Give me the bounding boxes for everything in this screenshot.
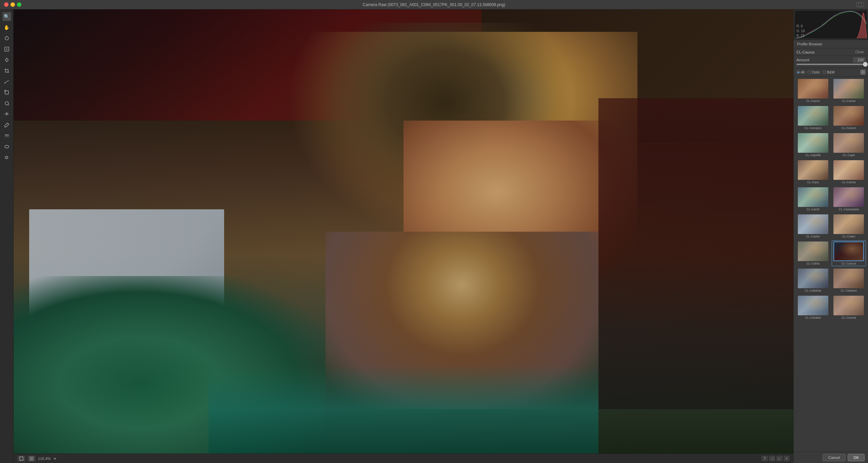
- hand-tool[interactable]: ✋: [2, 23, 11, 32]
- profile-thumb-cl-carina[interactable]: CL-Carina: [832, 159, 866, 185]
- profile-thumbnail-image: [798, 106, 828, 126]
- amount-label: Amount: [796, 58, 809, 62]
- grid-view-toggle[interactable]: [861, 70, 865, 75]
- svg-point-0: [5, 37, 8, 40]
- window-title: Camera Raw (0073_081_A001_C084_0517PK_00…: [363, 2, 505, 7]
- zoom-chevron-icon: [53, 457, 57, 460]
- profile-thumb-cl-cebelrai[interactable]: CL-Cebelrai: [796, 268, 830, 293]
- profile-thumbnail-label: CL-Cassiopeia: [839, 208, 859, 211]
- ok-button[interactable]: OK: [848, 454, 865, 461]
- current-profile-row: CL-Caurus Close: [794, 48, 868, 56]
- photo-display: [14, 9, 793, 454]
- profile-thumbnail-label: CL-Carina: [842, 181, 856, 184]
- amount-value[interactable]: 100: [853, 57, 865, 63]
- filter-bw-radio: [823, 70, 826, 74]
- profile-thumb-cl-caten[interactable]: CL-Caten: [832, 213, 866, 239]
- svg-rect-27: [863, 72, 865, 74]
- profile-thumb-cl-catria[interactable]: CL-Catria: [796, 240, 830, 266]
- maximize-window-button[interactable]: [17, 2, 21, 7]
- profile-thumbnail-image: [833, 241, 864, 261]
- graduated-filter-tool[interactable]: [2, 131, 11, 140]
- profile-thumb-cl-cara[interactable]: CL-Cara: [796, 159, 830, 185]
- profile-thumb-cl-caroli[interactable]: CL-Caroli: [796, 186, 830, 212]
- profile-thumbnail-image: [798, 241, 828, 261]
- profile-thumbnail-label: CL-Capella: [805, 153, 821, 157]
- svg-rect-24: [861, 70, 863, 72]
- profile-thumb-cl-canopus[interactable]: CL-Canopus: [796, 105, 830, 131]
- profile-thumbnail-label: CL-Canopus: [804, 126, 822, 130]
- status-right: Y ◁ ▷ ≡: [762, 456, 789, 461]
- profile-thumb-cl-caph[interactable]: CL-Caph: [832, 132, 866, 158]
- profile-thumb-cl-cancri[interactable]: CL-Cancri: [796, 78, 830, 104]
- zoom-tool[interactable]: 🔍: [2, 12, 11, 21]
- image-container[interactable]: [14, 9, 793, 454]
- filter-all-label: All: [801, 70, 805, 74]
- svg-rect-25: [863, 70, 865, 72]
- crop-tool[interactable]: [2, 66, 11, 75]
- profile-thumbnail-label: CL-Ceonia: [842, 316, 856, 319]
- amount-slider-track[interactable]: [796, 64, 865, 65]
- radial-filter-tool[interactable]: [2, 142, 11, 151]
- nav-prev-button[interactable]: ◁: [769, 456, 775, 461]
- color-sampler-tool[interactable]: [2, 45, 11, 54]
- profile-thumbnail-label: CL-Caten: [842, 235, 855, 238]
- amount-slider-thumb[interactable]: [863, 62, 868, 67]
- main-layout: 🔍 ✋ 👁 ⚙: [0, 9, 868, 463]
- targeted-adjustment-tool[interactable]: [2, 56, 11, 64]
- profile-pair: CL-CastorCL-Caten: [796, 213, 866, 239]
- profile-thumb-cl-canes[interactable]: CL-Canes: [832, 78, 866, 104]
- profile-browser-title: Profile Browser: [797, 42, 823, 46]
- preferences-tool[interactable]: ⚙: [2, 153, 11, 162]
- close-window-button[interactable]: [4, 2, 8, 7]
- profile-pair: CL-CebelraiCL-Celaeno: [796, 268, 866, 293]
- rgb-values: R: 8 G: 18 B: 23: [796, 24, 805, 38]
- profile-thumb-cl-capella[interactable]: CL-Capella: [796, 132, 830, 158]
- profile-browser-header: Profile Browser: [794, 40, 868, 48]
- bottom-buttons: Cancel OK: [794, 451, 868, 463]
- straighten-tool[interactable]: [2, 77, 11, 86]
- profile-thumb-cl-cassiopeia[interactable]: CL-Cassiopeia: [832, 186, 866, 212]
- profiles-grid[interactable]: CL-CancriCL-CanesCL-CanopusCL-CanumCL-Ca…: [794, 77, 868, 451]
- profile-thumbnail-image: [833, 106, 864, 126]
- spot-removal-tool[interactable]: [2, 99, 11, 108]
- profile-thumb-cl-celaeno[interactable]: CL-Celaeno: [832, 268, 866, 293]
- profile-thumb-cl-castor[interactable]: CL-Castor: [796, 213, 830, 239]
- nav-menu-button[interactable]: ≡: [784, 456, 789, 461]
- profile-thumbnail-label: CL-Celrakis: [805, 316, 821, 319]
- minimize-window-button[interactable]: [11, 2, 15, 7]
- transform-tool[interactable]: [2, 88, 11, 97]
- close-profile-button[interactable]: Close: [854, 50, 865, 54]
- nav-next-button[interactable]: ▷: [776, 456, 783, 461]
- profile-thumbnail-label: CL-Celaeno: [841, 289, 857, 292]
- titlebar: Camera Raw (0073_081_A001_C084_0517PK_00…: [0, 0, 868, 9]
- filter-color[interactable]: Color: [807, 70, 820, 74]
- profile-thumb-cl-caurus[interactable]: CL-Caurus: [832, 240, 866, 266]
- current-profile-name: CL-Caurus: [796, 50, 814, 54]
- adjustment-brush-tool[interactable]: [2, 121, 11, 129]
- svg-rect-22: [32, 459, 33, 460]
- filter-color-label: Color: [812, 70, 820, 74]
- right-panel: R: 8 G: 18 B: 23 Profile Browser CL-Caur…: [793, 9, 868, 463]
- profile-thumb-cl-canum[interactable]: CL-Canum: [832, 105, 866, 131]
- profile-thumbnail-image: [833, 133, 864, 153]
- amount-slider-fill: [796, 64, 865, 65]
- red-eye-tool[interactable]: 👁: [2, 110, 11, 119]
- cancel-button[interactable]: Cancel: [823, 454, 846, 461]
- svg-rect-20: [32, 457, 33, 458]
- filter-bw[interactable]: B&W: [823, 70, 835, 74]
- profile-thumbnail-label: CL-Castor: [806, 235, 820, 238]
- zoom-display: 116.4%: [38, 457, 51, 461]
- svg-rect-18: [20, 457, 23, 460]
- profile-thumbnail-image: [833, 79, 864, 99]
- svg-line-8: [5, 80, 9, 83]
- fullscreen-button[interactable]: ⛶: [856, 2, 864, 7]
- profile-thumbnail-image: [833, 269, 864, 288]
- profile-thumbnail-label: CL-Cancri: [806, 99, 820, 103]
- profile-thumb-cl-celrakis[interactable]: CL-Celrakis: [796, 295, 830, 320]
- white-balance-tool[interactable]: [2, 34, 11, 43]
- fit-view-button[interactable]: [18, 456, 25, 461]
- filter-all[interactable]: All: [796, 70, 805, 74]
- nav-y-button[interactable]: Y: [762, 456, 768, 461]
- grid-view-button[interactable]: [28, 456, 35, 461]
- profile-thumb-cl-ceonia[interactable]: CL-Ceonia: [832, 295, 866, 320]
